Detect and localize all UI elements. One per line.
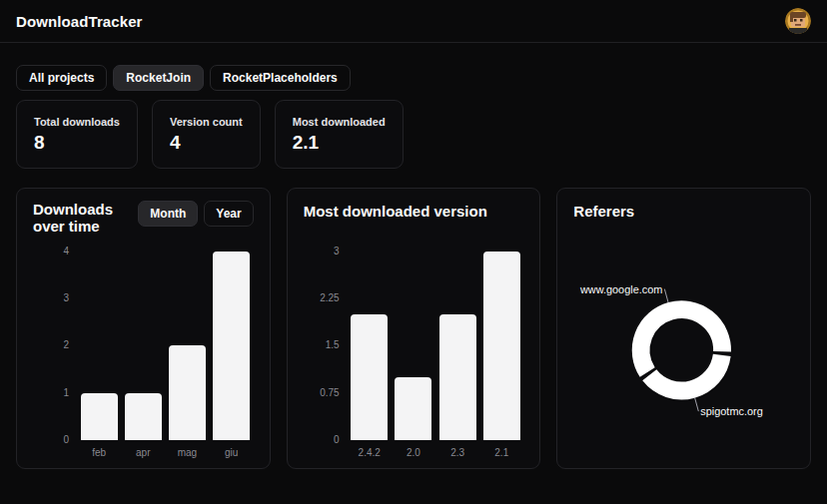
panel-header: Most downloaded version: [304, 201, 524, 249]
stat-value: 2.1: [293, 133, 386, 154]
plot-area: [348, 252, 524, 440]
panel-downloads-over-time: Downloads over time Month Year 01234feba…: [16, 188, 271, 469]
year-button[interactable]: Year: [204, 201, 253, 227]
y-tick-label: 2.25: [320, 293, 339, 303]
x-tick-label: 2.1: [479, 447, 523, 458]
stat-label: Most downloaded: [293, 116, 386, 128]
bar-giu: [213, 252, 250, 440]
page-body: All projects RocketJoin RocketPlaceholde…: [0, 65, 827, 469]
y-tick-label: 2: [63, 340, 69, 350]
x-tick-label: 2.4.2: [348, 447, 392, 458]
stat-card-most-downloaded: Most downloaded 2.1: [275, 100, 404, 169]
stat-value: 8: [34, 133, 120, 154]
bar-2.4.2: [351, 314, 388, 440]
app-title: DownloadTracker: [16, 13, 143, 30]
panel-title: Most downloaded version: [304, 203, 487, 220]
donut-label-connector: [665, 288, 669, 301]
x-tick-label: apr: [121, 447, 165, 458]
donut-label-connector: [695, 398, 699, 411]
panel-title: Downloads over time: [33, 201, 138, 236]
user-avatar-icon: [785, 8, 811, 34]
stat-value: 4: [170, 133, 243, 154]
y-tick-label: 3: [63, 293, 69, 303]
y-tick-label: 0: [63, 435, 69, 445]
y-axis: 00.751.52.253: [304, 252, 340, 440]
x-axis: 2.4.22.02.32.1: [348, 440, 524, 458]
month-button[interactable]: Month: [138, 201, 198, 227]
app-header: DownloadTracker: [0, 0, 827, 43]
most-downloaded-version-chart: 00.751.52.2532.4.22.02.32.1: [304, 252, 524, 458]
y-tick-label: 4: [63, 247, 69, 256]
stat-cards: Total downloads 8 Version count 4 Most d…: [16, 100, 811, 169]
bar-2.0: [395, 377, 431, 440]
period-toggle: Month Year: [138, 201, 253, 227]
y-tick-label: 1.5: [326, 340, 340, 350]
bar-feb: [81, 393, 118, 440]
y-tick-label: 1: [63, 388, 69, 398]
x-axis: febaprmaggiu: [77, 440, 254, 458]
donut-segment-www.google.com: [641, 309, 722, 372]
y-tick-label: 3: [334, 247, 340, 256]
bar-mag: [169, 345, 206, 440]
panel-most-downloaded-version: Most downloaded version 00.751.52.2532.4…: [287, 188, 541, 469]
chart-panels: Downloads over time Month Year 01234feba…: [16, 188, 811, 469]
panel-referers: Referers www.google.comspigotmc.org: [556, 188, 811, 469]
y-tick-label: 0: [334, 435, 340, 445]
bar-2.1: [483, 252, 520, 440]
x-tick-label: mag: [165, 447, 209, 458]
stat-card-total-downloads: Total downloads 8: [16, 100, 138, 169]
bar-2.3: [439, 314, 476, 440]
tab-rocketplaceholders[interactable]: RocketPlaceholders: [210, 65, 351, 91]
stat-label: Version count: [170, 116, 243, 128]
user-avatar[interactable]: [785, 8, 811, 34]
x-tick-label: giu: [210, 447, 254, 458]
tab-all-projects[interactable]: All projects: [16, 65, 107, 91]
donut-segment-spigotmc.org: [650, 355, 722, 391]
donut-svg: www.google.comspigotmc.org: [557, 189, 810, 468]
x-tick-label: 2.0: [392, 447, 435, 458]
bar-apr: [125, 393, 162, 440]
panel-header: Downloads over time Month Year: [33, 201, 254, 249]
y-axis: 01234: [33, 252, 69, 440]
donut-label-spigotmc.org: spigotmc.org: [701, 405, 763, 417]
x-tick-label: 2.3: [435, 447, 479, 458]
downloads-over-time-chart: 01234febaprmaggiu: [33, 252, 254, 458]
y-tick-label: 0.75: [320, 388, 339, 398]
tab-rocketjoin[interactable]: RocketJoin: [113, 65, 204, 91]
referers-donut-chart: www.google.comspigotmc.org: [557, 189, 810, 468]
donut-label-www.google.com: www.google.com: [579, 282, 662, 294]
stat-label: Total downloads: [34, 116, 120, 128]
x-tick-label: feb: [77, 447, 121, 458]
plot-area: [77, 252, 254, 440]
project-tabs: All projects RocketJoin RocketPlaceholde…: [16, 65, 811, 91]
stat-card-version-count: Version count 4: [152, 100, 261, 169]
